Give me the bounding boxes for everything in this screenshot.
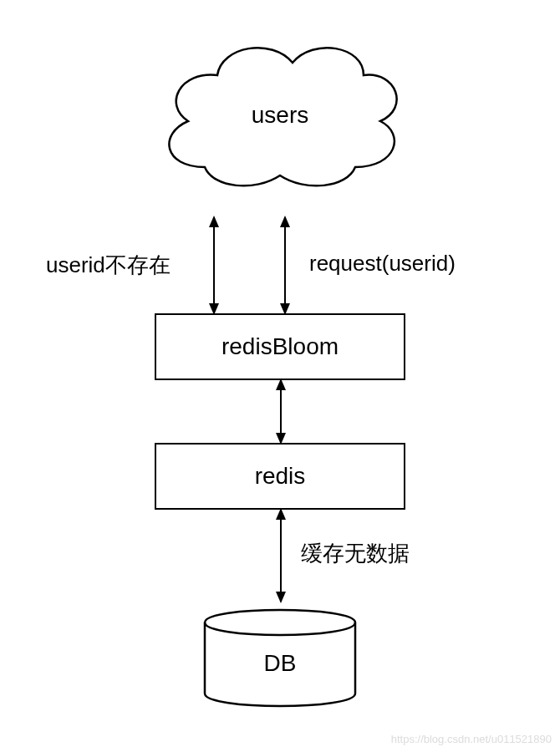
arrow-users-bloom-right [284,217,286,313]
redis-box-node: redis [155,443,405,510]
db-label: DB [264,650,297,677]
arrow-head-up-icon [276,508,286,520]
edge-label-cache-no-data: 缓存无数据 [301,539,410,568]
redis-label: redis [255,463,306,490]
arrow-users-bloom-left [213,217,215,313]
arrow-redis-db [280,510,282,602]
redisbloom-label: redisBloom [221,333,339,360]
arrow-head-up-icon [209,216,219,227]
edge-label-request-userid: request(userid) [309,251,456,277]
watermark-text: https://blog.csdn.net/u011521890 [391,733,552,745]
redisbloom-box-node: redisBloom [155,313,405,380]
users-label: users [252,102,308,129]
users-cloud-node: users [146,25,414,205]
edge-label-userid-not-exist: userid不存在 [46,251,171,280]
db-datastore-node: DB [201,602,359,714]
arrow-head-up-icon [280,216,290,227]
diagram-canvas: users userid不存在 request(userid) redisBlo… [0,0,560,752]
arrow-head-up-icon [276,379,286,390]
